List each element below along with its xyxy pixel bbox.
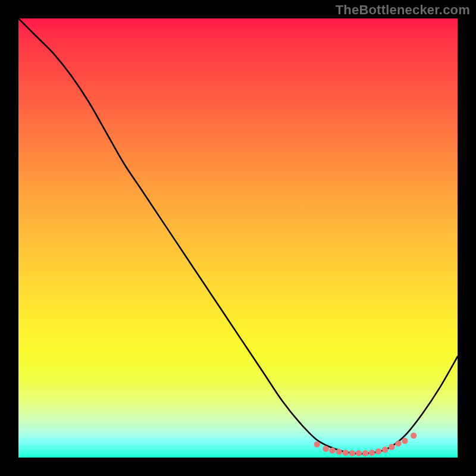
curve-line <box>18 18 458 454</box>
marker-dot <box>336 449 342 455</box>
marker-dot <box>382 447 388 453</box>
marker-dot <box>389 444 394 450</box>
marker-dot <box>402 438 408 444</box>
watermark-label: TheBottleneсker.com <box>336 2 470 18</box>
marker-dot <box>314 441 320 447</box>
marker-dot <box>322 446 328 452</box>
plot-area <box>18 18 458 458</box>
marker-dot <box>411 433 416 439</box>
marker-dot <box>343 450 349 456</box>
marker-dot <box>349 450 355 456</box>
marker-dot <box>362 450 368 456</box>
marker-dot <box>369 450 375 456</box>
marker-dot <box>356 450 362 456</box>
marker-dot <box>395 440 401 446</box>
chart-svg <box>18 18 458 458</box>
marker-dot <box>375 448 381 454</box>
marker-dot <box>329 447 335 453</box>
marker-group <box>314 433 417 456</box>
chart-frame: TheBottleneсker.com <box>0 0 476 476</box>
